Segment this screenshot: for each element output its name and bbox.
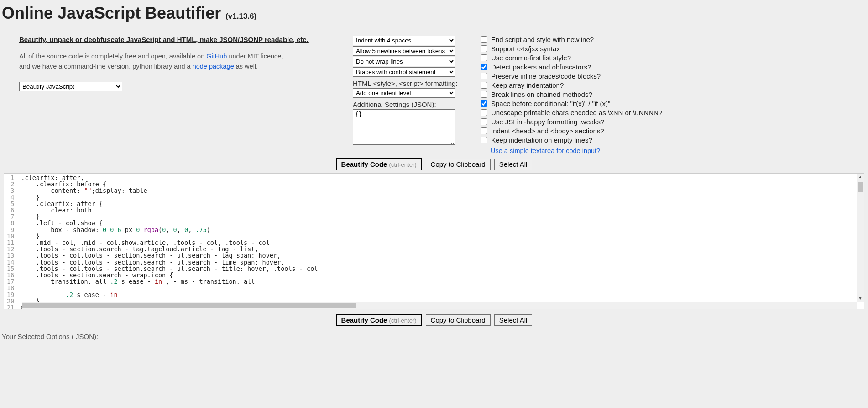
checkbox-row-7: Space before conditional: "if(x)" / "if … xyxy=(481,100,864,107)
checkbox-label-0: End script and style with newline? xyxy=(491,36,594,43)
checkbox-row-4: Preserve inline braces/code blocks? xyxy=(481,72,864,80)
checkbox-row-3: Detect packers and obfuscators? xyxy=(481,63,864,71)
vertical-scrollbar[interactable]: ▲ ▼ xyxy=(857,174,864,302)
checkbox-row-5: Keep array indentation? xyxy=(481,81,864,89)
scroll-down-icon[interactable]: ▼ xyxy=(858,296,863,302)
checkbox-7[interactable] xyxy=(481,100,487,107)
language-select[interactable]: Beautify JavaScript xyxy=(19,82,122,91)
checkbox-1[interactable] xyxy=(481,45,487,52)
title-text: Online JavaScript Beautifier xyxy=(2,4,221,22)
checkbox-label-2: Use comma-first list style? xyxy=(491,54,571,62)
checkbox-label-1: Support e4x/jsx syntax xyxy=(491,45,560,53)
checkbox-8[interactable] xyxy=(481,109,487,116)
beautify-button[interactable]: Beautify Code (ctrl-enter) xyxy=(336,158,422,170)
checkbox-2[interactable] xyxy=(481,54,487,61)
checkbox-label-5: Keep array indentation? xyxy=(491,81,564,89)
html-format-label: HTML <style>, <script> formatting: xyxy=(353,79,481,87)
wrap-select[interactable]: Do not wrap lines xyxy=(353,57,455,66)
checkbox-label-8: Unescape printable chars encoded as \xNN… xyxy=(491,109,662,117)
checkbox-row-6: Break lines on chained methods? xyxy=(481,90,864,98)
desc-text-2: under MIT licence, xyxy=(227,53,283,60)
beautify-shortcut: (ctrl-enter) xyxy=(389,161,417,168)
select-all-button[interactable]: Select All xyxy=(494,159,533,170)
checkbox-10[interactable] xyxy=(481,127,487,134)
checkbox-row-2: Use comma-first list style? xyxy=(481,54,864,62)
checkbox-row-11: Keep indentation on empty lines? xyxy=(481,136,864,144)
code-editor[interactable]: 12345678910111213141516171819202122 .cle… xyxy=(4,173,864,309)
checkbox-label-11: Keep indentation on empty lines? xyxy=(491,136,592,144)
checkbox-0[interactable] xyxy=(481,36,487,43)
horizontal-scroll-thumb[interactable] xyxy=(22,303,356,308)
checkbox-row-8: Unescape printable chars encoded as \xNN… xyxy=(481,109,864,117)
button-bar-top: Beautify Code (ctrl-enter) Copy to Clipb… xyxy=(0,158,868,170)
node-package-link[interactable]: node package xyxy=(193,63,234,70)
intro-column: Beautify, unpack or deobfuscate JavaScri… xyxy=(4,36,353,154)
line-gutter: 12345678910111213141516171819202122 xyxy=(4,174,18,309)
checkbox-label-10: Indent <head> and <body> sections? xyxy=(491,127,604,135)
additional-settings-label: Additional Settings (JSON): xyxy=(353,101,481,108)
checkbox-4[interactable] xyxy=(481,73,487,79)
description: All of the source code is completely fre… xyxy=(19,52,353,72)
scroll-up-icon[interactable]: ▲ xyxy=(858,175,863,180)
beautify-label: Beautify Code xyxy=(341,160,387,168)
newlines-select[interactable]: Allow 5 newlines between tokens xyxy=(353,46,455,56)
button-bar-bottom: Beautify Code (ctrl-enter) Copy to Clipb… xyxy=(0,314,868,326)
checkbox-column: End script and style with newline?Suppor… xyxy=(481,36,864,154)
checkbox-row-10: Indent <head> and <body> sections? xyxy=(481,127,864,135)
checkbox-6[interactable] xyxy=(481,91,487,98)
copy-button[interactable]: Copy to Clipboard xyxy=(426,159,491,170)
checkbox-label-3: Detect packers and obfuscators? xyxy=(491,63,591,71)
html-indent-select[interactable]: Add one indent level xyxy=(353,88,455,98)
checkbox-label-9: Use JSLint-happy formatting tweaks? xyxy=(491,118,604,126)
checkbox-3[interactable] xyxy=(481,64,487,70)
github-link[interactable]: GitHub xyxy=(206,53,227,60)
checkbox-row-1: Support e4x/jsx syntax xyxy=(481,45,864,53)
vertical-scroll-thumb[interactable] xyxy=(858,182,863,192)
beautify-button-bottom[interactable]: Beautify Code (ctrl-enter) xyxy=(336,314,422,326)
desc-text-1: All of the source code is completely fre… xyxy=(19,53,206,60)
checkbox-9[interactable] xyxy=(481,118,487,125)
checkbox-row-9: Use JSLint-happy formatting tweaks? xyxy=(481,118,864,126)
page-title: Online JavaScript Beautifier (v1.13.6) xyxy=(2,4,868,23)
code-content[interactable]: .clearfix: after, .clearfix: before { co… xyxy=(18,174,864,309)
horizontal-scrollbar[interactable] xyxy=(22,302,857,309)
select-all-button-bottom[interactable]: Select All xyxy=(494,314,533,326)
desc-text-3: and we have a command-line version, pyth… xyxy=(19,63,193,70)
beautify-shortcut-bottom: (ctrl-enter) xyxy=(389,317,417,324)
copy-button-bottom[interactable]: Copy to Clipboard xyxy=(426,314,491,326)
checkbox-row-0: End script and style with newline? xyxy=(481,36,864,43)
checkbox-5[interactable] xyxy=(481,82,487,89)
options-column: Indent with 4 spaces Allow 5 newlines be… xyxy=(353,36,481,154)
checkbox-11[interactable] xyxy=(481,137,487,143)
blurb-title: Beautify, unpack or deobfuscate JavaScri… xyxy=(19,36,353,43)
checkbox-label-4: Preserve inline braces/code blocks? xyxy=(491,72,601,80)
beautify-label-bottom: Beautify Code xyxy=(341,316,387,324)
simple-textarea-link[interactable]: Use a simple textarea for code input? xyxy=(491,147,600,154)
version-text: (v1.13.6) xyxy=(225,12,256,21)
braces-select[interactable]: Braces with control statement xyxy=(353,67,455,77)
checkbox-label-6: Break lines on chained methods? xyxy=(491,90,592,98)
indent-select[interactable]: Indent with 4 spaces xyxy=(353,36,455,45)
selected-options-label: Your Selected Options ( JSON): xyxy=(2,333,868,340)
options-row: Beautify, unpack or deobfuscate JavaScri… xyxy=(0,36,868,154)
additional-settings-textarea[interactable]: {} xyxy=(353,109,455,145)
checkbox-label-7: Space before conditional: "if(x)" / "if … xyxy=(491,100,610,107)
desc-text-4: as well. xyxy=(234,63,258,70)
